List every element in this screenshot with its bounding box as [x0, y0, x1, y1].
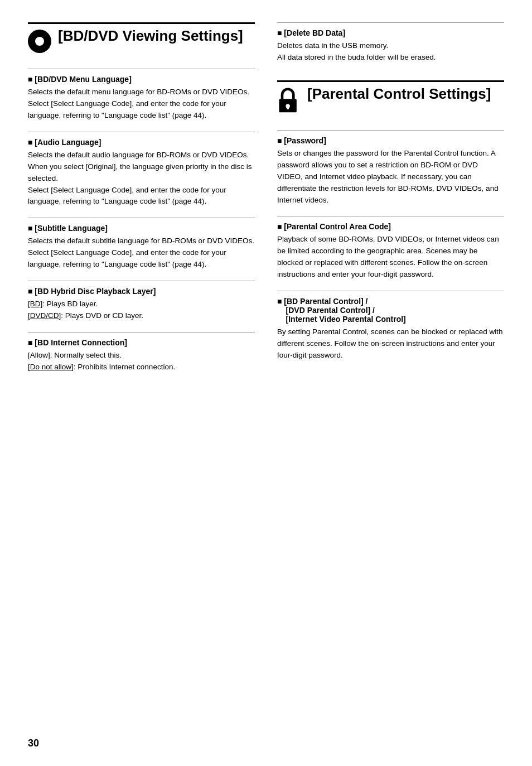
- subsection-password: ■ [Password] Sets or changes the passwor…: [277, 130, 504, 206]
- divider: [28, 218, 255, 218]
- bd-circle-icon: [28, 30, 51, 53]
- page: [BD/DVD Viewing Settings] ■ [BD/DVD Menu…: [0, 0, 532, 766]
- page-number: 30: [28, 738, 39, 749]
- svg-rect-2: [287, 106, 289, 109]
- subsection-title-audio-language: ■ [Audio Language]: [28, 138, 255, 147]
- divider: [28, 132, 255, 132]
- subsection-parental-control-area-code: ■ [Parental Control Area Code] Playback …: [277, 216, 504, 281]
- subsection-title-bd-parental-control: ■ [BD Parental Control] / [DVD Parental …: [277, 297, 504, 324]
- divider: [28, 281, 255, 281]
- bd-circle-inner: [35, 37, 44, 46]
- subsection-body-bd-internet-connection: [Allow]: Normally select this. [Do not a…: [28, 350, 255, 373]
- left-column: [BD/DVD Viewing Settings] ■ [BD/DVD Menu…: [28, 22, 255, 744]
- subsection-title-delete-bd-data: ■ [Delete BD Data]: [277, 28, 504, 37]
- subsection-body-bd-hybrid-disc: [BD]: Plays BD layer. [DVD/CD]: Plays DV…: [28, 298, 255, 322]
- right-section-title: [Parental Control Settings]: [307, 85, 491, 103]
- right-section-title-area: [Parental Control Settings]: [277, 80, 504, 114]
- subsection-body-bd-dvd-menu-language: Selects the default menu language for BD…: [28, 86, 255, 122]
- subsection-title-password: ■ [Password]: [277, 136, 504, 145]
- subsection-body-password: Sets or changes the password for the Par…: [277, 148, 504, 206]
- divider: [277, 130, 504, 131]
- subsection-body-subtitle-language: Selects the default subtitle language fo…: [28, 235, 255, 271]
- divider: [277, 22, 504, 23]
- subsection-delete-bd-data: ■ [Delete BD Data] Deletes data in the U…: [277, 22, 504, 64]
- subsection-body-parental-control-area-code: Playback of some BD-ROMs, DVD VIDEOs, or…: [277, 234, 504, 281]
- left-section-top-border: [28, 22, 255, 24]
- subsection-title-bd-hybrid-disc: ■ [BD Hybrid Disc Playback Layer]: [28, 287, 255, 296]
- subsection-title-bd-dvd-menu-language: ■ [BD/DVD Menu Language]: [28, 75, 255, 84]
- lock-icon: [277, 88, 301, 114]
- right-section-top-border: [277, 80, 504, 82]
- subsection-bd-parental-control: ■ [BD Parental Control] / [DVD Parental …: [277, 291, 504, 362]
- subsection-body-audio-language: Selects the default audio language for B…: [28, 150, 255, 208]
- right-column: ■ [Delete BD Data] Deletes data in the U…: [277, 22, 504, 744]
- left-section-title: [BD/DVD Viewing Settings]: [58, 27, 243, 45]
- subsection-title-parental-control-area-code: ■ [Parental Control Area Code]: [277, 222, 504, 231]
- subsection-audio-language: ■ [Audio Language] Selects the default a…: [28, 132, 255, 208]
- divider: [28, 332, 255, 333]
- subsection-subtitle-language: ■ [Subtitle Language] Selects the defaul…: [28, 218, 255, 271]
- subsection-title-bd-internet-connection: ■ [BD Internet Connection]: [28, 338, 255, 347]
- subsection-body-bd-parental-control: By setting Parental Control, scenes can …: [277, 326, 504, 362]
- divider: [277, 216, 504, 216]
- subsection-bd-hybrid-disc: ■ [BD Hybrid Disc Playback Layer] [BD]: …: [28, 281, 255, 322]
- subsection-bd-dvd-menu-language: ■ [BD/DVD Menu Language] Selects the def…: [28, 69, 255, 122]
- divider: [28, 69, 255, 69]
- lock-svg: [277, 88, 301, 114]
- left-section-title-block: [BD/DVD Viewing Settings]: [28, 27, 255, 53]
- two-column-layout: [BD/DVD Viewing Settings] ■ [BD/DVD Menu…: [28, 22, 504, 744]
- divider: [277, 291, 504, 291]
- subsection-title-subtitle-language: ■ [Subtitle Language]: [28, 224, 255, 233]
- subsection-body-delete-bd-data: Deletes data in the USB memory. All data…: [277, 40, 504, 64]
- right-section-title-block: [Parental Control Settings]: [277, 85, 504, 114]
- subsection-bd-internet-connection: ■ [BD Internet Connection] [Allow]: Norm…: [28, 332, 255, 373]
